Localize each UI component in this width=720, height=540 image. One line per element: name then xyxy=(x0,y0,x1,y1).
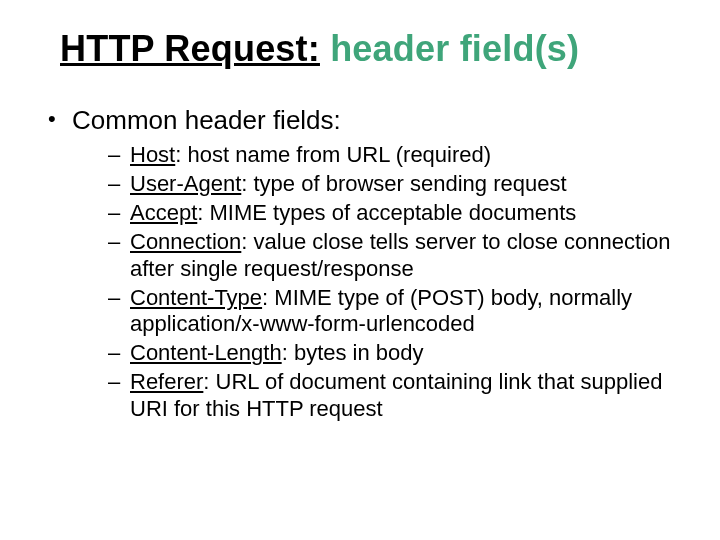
field-desc: : bytes in body xyxy=(282,340,424,365)
field-term: Accept xyxy=(130,200,197,225)
field-desc: : URL of document containing link that s… xyxy=(130,369,662,421)
bullet-heading: Common header fields: xyxy=(72,105,341,135)
title-part1: HTTP Request: xyxy=(60,28,320,69)
list-item: User-Agent: type of browser sending requ… xyxy=(108,171,690,198)
title-part2: header field(s) xyxy=(320,28,579,69)
field-term: Connection xyxy=(130,229,241,254)
bullet-item: Common header fields: Host: host name fr… xyxy=(48,105,690,422)
list-item: Connection: value close tells server to … xyxy=(108,229,690,283)
list-item: Accept: MIME types of acceptable documen… xyxy=(108,200,690,227)
field-term: Host xyxy=(130,142,175,167)
slide: HTTP Request: header field(s) Common hea… xyxy=(0,0,720,540)
field-desc: : type of browser sending request xyxy=(241,171,566,196)
list-item: Content-Length: bytes in body xyxy=(108,340,690,367)
list-item: Host: host name from URL (required) xyxy=(108,142,690,169)
bullet-list: Common header fields: Host: host name fr… xyxy=(48,105,690,422)
field-term: Content-Type xyxy=(130,285,262,310)
field-term: Content-Length xyxy=(130,340,282,365)
field-list: Host: host name from URL (required) User… xyxy=(108,142,690,422)
list-item: Content-Type: MIME type of (POST) body, … xyxy=(108,285,690,339)
field-term: User-Agent xyxy=(130,171,241,196)
list-item: Referer: URL of document containing link… xyxy=(108,369,690,423)
field-desc: : MIME types of acceptable documents xyxy=(197,200,576,225)
page-title: HTTP Request: header field(s) xyxy=(60,28,690,69)
field-desc: : host name from URL (required) xyxy=(175,142,491,167)
field-term: Referer xyxy=(130,369,203,394)
